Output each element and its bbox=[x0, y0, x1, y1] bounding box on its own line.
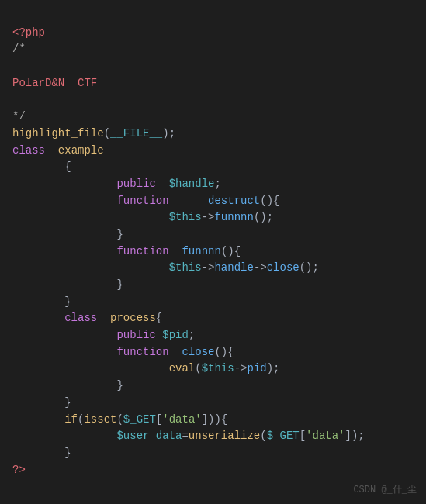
indent-this-1 bbox=[12, 211, 169, 223]
handle-ref: handle bbox=[214, 261, 253, 274]
indent-brace-3: } bbox=[12, 379, 123, 392]
brace-close-2: } bbox=[12, 396, 71, 409]
data-string-key-2: 'data' bbox=[306, 430, 345, 442]
space6 bbox=[156, 329, 162, 341]
code-content: <?php /* PolarD&N CTF */ highlight_file(… bbox=[12, 8, 414, 495]
indent-func-3 bbox=[12, 346, 116, 358]
get-var-2: $_GET bbox=[267, 430, 300, 442]
eval-call: eval bbox=[169, 362, 196, 375]
user-data-var: $user_data bbox=[116, 430, 182, 442]
arrow-2: -> bbox=[202, 261, 215, 274]
watermark-text: CSDN @_什_尘 bbox=[353, 483, 417, 496]
if-isset-call: if bbox=[64, 413, 78, 426]
space3 bbox=[169, 195, 196, 207]
space2 bbox=[156, 178, 169, 190]
data-string-key: 'data' bbox=[162, 413, 201, 426]
indent-brace-2: } bbox=[12, 278, 123, 291]
brace-close-3: } bbox=[12, 447, 71, 459]
unserialize-call: unserialize bbox=[189, 430, 260, 442]
paren-close: ); bbox=[162, 127, 175, 140]
file-constant: __FILE__ bbox=[110, 127, 162, 140]
unser-paren-open: ( bbox=[260, 430, 266, 442]
code-editor: <?php /* PolarD&N CTF */ highlight_file(… bbox=[0, 0, 426, 504]
funnnn-parens: (){ bbox=[221, 245, 241, 257]
comment-close: */ bbox=[12, 110, 26, 123]
arrow-4: -> bbox=[234, 362, 248, 375]
function-keyword-2: function bbox=[116, 245, 168, 257]
destruct-parens: (){ bbox=[260, 195, 279, 207]
unser-close: ]); bbox=[345, 430, 365, 442]
indent-public-2 bbox=[12, 329, 116, 341]
indent-public-1 bbox=[12, 178, 116, 190]
indent-brace-1: } bbox=[12, 228, 123, 240]
function-keyword-3: function bbox=[116, 346, 168, 358]
assign-op: = bbox=[182, 430, 188, 442]
semicolon-1: ; bbox=[214, 178, 220, 190]
php-open-tag: <?php bbox=[12, 26, 45, 39]
indent-eval bbox=[12, 362, 169, 375]
call-parens-1: (); bbox=[254, 211, 273, 223]
function-keyword-1: function bbox=[116, 195, 168, 207]
close-parens-1: (); bbox=[300, 261, 319, 274]
this-keyword-2: $this bbox=[169, 261, 202, 274]
arrow-3: -> bbox=[254, 261, 267, 274]
class-keyword-2: class bbox=[64, 312, 97, 324]
eval-paren-open: ( bbox=[195, 362, 201, 375]
funnnn-call-1: funnnn bbox=[214, 211, 253, 223]
public-keyword-2: public bbox=[116, 329, 155, 341]
if-keyword bbox=[12, 413, 64, 426]
indent-user-data bbox=[12, 430, 116, 442]
this-keyword-1: $this bbox=[169, 211, 202, 223]
space5 bbox=[97, 312, 110, 324]
space4 bbox=[169, 245, 182, 257]
space bbox=[45, 144, 58, 157]
highlight-file-call: highlight_file bbox=[12, 127, 104, 140]
isset-paren-open: ( bbox=[116, 413, 123, 426]
funnnn-def-name: funnnn bbox=[182, 245, 220, 257]
php-close-tag: ?> bbox=[12, 464, 26, 476]
public-keyword-1: public bbox=[116, 178, 155, 190]
handle-var: $handle bbox=[169, 178, 215, 190]
close-func-name: close bbox=[182, 346, 214, 358]
class-keyword-1: class bbox=[12, 144, 45, 157]
indent-func-2 bbox=[12, 245, 116, 257]
indent-this-2 bbox=[12, 261, 169, 274]
class-example-name: example bbox=[58, 144, 104, 157]
close-func-parens: (){ bbox=[214, 346, 234, 358]
get-var: $_GET bbox=[123, 413, 156, 426]
this-keyword-3: $this bbox=[202, 362, 234, 375]
pid-var: $pid bbox=[162, 329, 189, 341]
indent-class-2 bbox=[12, 312, 64, 324]
destruct-func-name: __destruct bbox=[195, 195, 260, 207]
brace-open-1: { bbox=[12, 161, 71, 173]
class-process-name: process bbox=[110, 312, 156, 324]
brace-close-1: } bbox=[12, 295, 71, 308]
bracket-open-2: [ bbox=[300, 430, 306, 442]
eval-paren-close: ); bbox=[267, 362, 280, 375]
process-brace-open: { bbox=[156, 312, 162, 324]
polard-ctf-text: PolarD&N CTF bbox=[12, 77, 97, 89]
bracket-close: ])){ bbox=[202, 413, 228, 426]
comment-open: /* bbox=[12, 43, 26, 55]
indent-func-1 bbox=[12, 195, 116, 207]
space7 bbox=[169, 346, 182, 358]
semicolon-2: ; bbox=[189, 329, 195, 341]
close-call-1: close bbox=[267, 261, 300, 274]
pid-ref: pid bbox=[247, 362, 266, 375]
arrow-1: -> bbox=[202, 211, 215, 223]
paren-open: ( bbox=[104, 127, 110, 140]
isset-call: isset bbox=[84, 413, 116, 426]
